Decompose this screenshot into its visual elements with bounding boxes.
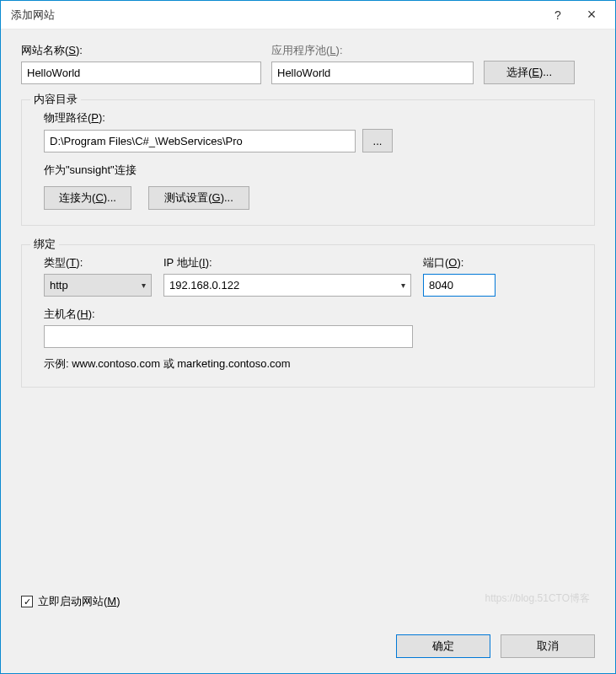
test-settings-button[interactable]: 测试设置(G)... [148, 186, 249, 210]
browse-button[interactable]: ... [362, 129, 393, 152]
cancel-button[interactable]: 取消 [501, 634, 595, 658]
connect-as-button[interactable]: 连接为(C)... [44, 186, 131, 210]
port-input[interactable] [423, 274, 495, 297]
binding-group: 绑定 类型(T): http ▾ IP 地址(I): 192.168.0.122 [21, 244, 595, 388]
connect-as-text: 作为"sunsight"连接 [44, 163, 581, 178]
start-now-label: 立即启动网站(M) [38, 594, 121, 609]
start-now-row: ✓ 立即启动网站(M) [21, 577, 595, 609]
dialog-window: 添加网站 ? × 网站名称(S): 应用程序池(L): 选择(E)... 内容目… [0, 0, 616, 674]
ok-button[interactable]: 确定 [396, 634, 490, 658]
site-name-label: 网站名称(S): [21, 43, 261, 58]
help-button[interactable]: ? [541, 4, 575, 26]
chevron-down-icon: ▾ [401, 281, 405, 290]
host-input[interactable] [44, 325, 413, 348]
port-label: 端口(O): [423, 255, 495, 270]
app-pool-input [271, 62, 474, 84]
chevron-down-icon: ▾ [142, 281, 146, 290]
type-select[interactable]: http ▾ [44, 274, 152, 297]
content-dir-title: 内容目录 [30, 92, 81, 107]
ip-select[interactable]: 192.168.0.122 ▾ [163, 274, 411, 297]
close-button[interactable]: × [575, 4, 608, 26]
app-pool-label: 应用程序池(L): [271, 43, 474, 58]
select-app-pool-button[interactable]: 选择(E)... [484, 61, 575, 84]
type-value: http [50, 279, 68, 292]
host-label: 主机名(H): [44, 307, 413, 322]
ip-value: 192.168.0.122 [169, 279, 239, 292]
phys-path-label: 物理路径(P): [44, 110, 581, 126]
top-row: 网站名称(S): 应用程序池(L): 选择(E)... [21, 43, 595, 84]
window-title: 添加网站 [11, 8, 541, 23]
dialog-footer: 确定 取消 [1, 623, 615, 673]
ip-label: IP 地址(I): [163, 255, 411, 270]
start-now-checkbox[interactable]: ✓ [21, 596, 33, 607]
binding-title: 绑定 [30, 237, 59, 252]
site-name-input[interactable] [21, 62, 261, 84]
phys-path-input[interactable] [44, 130, 356, 152]
host-example: 示例: www.contoso.com 或 marketing.contoso.… [44, 356, 581, 372]
content-dir-group: 内容目录 物理路径(P): ... 作为"sunsight"连接 连接为(C).… [21, 99, 595, 226]
titlebar: 添加网站 ? × [1, 1, 615, 29]
dialog-body: 网站名称(S): 应用程序池(L): 选择(E)... 内容目录 物理路径(P)… [1, 29, 615, 623]
type-label: 类型(T): [44, 255, 152, 270]
